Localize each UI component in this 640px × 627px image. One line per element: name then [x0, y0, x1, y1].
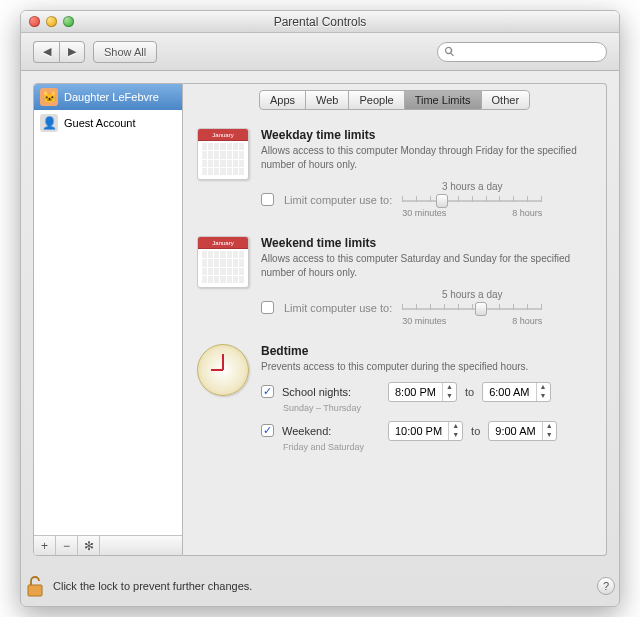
lock-text: Click the lock to prevent further change…	[53, 580, 252, 592]
weekday-slider-value: 3 hours a day	[442, 181, 503, 192]
avatar-icon: 👤	[40, 114, 58, 132]
remove-user-button[interactable]: −	[56, 536, 78, 555]
bottom-bar: Click the lock to prevent further change…	[21, 574, 619, 606]
avatar-icon: 🐱	[40, 88, 58, 106]
section-weekday: January Weekday time limits Allows acces…	[197, 128, 592, 218]
sidebar-user-label: Daughter LeFebvre	[64, 91, 159, 103]
bedtime-weekend-to[interactable]: 9:00 AM ▲▼	[488, 421, 556, 441]
calendar-icon: January	[197, 128, 249, 180]
tab-time-limits[interactable]: Time Limits	[404, 90, 481, 110]
tabs: Apps Web People Time Limits Other	[197, 90, 592, 110]
weekday-description: Allows access to this computer Monday th…	[261, 144, 592, 171]
weekday-limit-label: Limit computer use to:	[284, 194, 392, 206]
sidebar-footer: + − ✻	[34, 535, 182, 555]
section-bedtime: Bedtime Prevents access to this computer…	[197, 344, 592, 452]
weekend-slider[interactable]: 5 hours a day 30 minutes8 hours	[402, 289, 542, 326]
sidebar-user-label: Guest Account	[64, 117, 136, 129]
nav-seg: ◀ ▶	[33, 41, 85, 63]
weekend-limit-checkbox[interactable]	[261, 301, 274, 314]
bedtime-school-sub: Sunday – Thursday	[283, 403, 592, 413]
weekend-description: Allows access to this computer Saturday …	[261, 252, 592, 279]
bedtime-school-checkbox[interactable]	[261, 385, 274, 398]
titlebar: Parental Controls	[21, 11, 619, 33]
bedtime-weekend-from[interactable]: 10:00 PM ▲▼	[388, 421, 463, 441]
tab-web[interactable]: Web	[305, 90, 348, 110]
section-weekend: January Weekend time limits Allows acces…	[197, 236, 592, 326]
user-sidebar: 🐱 Daughter LeFebvre 👤 Guest Account + − …	[33, 83, 183, 556]
show-all-button[interactable]: Show All	[93, 41, 157, 63]
tab-people[interactable]: People	[348, 90, 403, 110]
bedtime-school-label: School nights:	[282, 386, 380, 398]
tab-other[interactable]: Other	[481, 90, 531, 110]
lock-open-icon[interactable]	[25, 574, 45, 598]
stepper-icon[interactable]: ▲▼	[442, 383, 456, 401]
toolbar: ◀ ▶ Show All	[21, 33, 619, 71]
weekday-heading: Weekday time limits	[261, 128, 592, 142]
sidebar-user-guest[interactable]: 👤 Guest Account	[34, 110, 182, 136]
bedtime-school-row: School nights: 8:00 PM ▲▼ to 6:00 AM ▲▼	[261, 382, 592, 402]
clock-icon	[197, 344, 249, 396]
weekend-limit-label: Limit computer use to:	[284, 302, 392, 314]
weekend-slider-value: 5 hours a day	[442, 289, 503, 300]
preferences-window: Parental Controls ◀ ▶ Show All 🐱 Daughte…	[20, 10, 620, 607]
weekday-limit-checkbox[interactable]	[261, 193, 274, 206]
bedtime-weekend-sub: Friday and Saturday	[283, 442, 592, 452]
bedtime-school-from[interactable]: 8:00 PM ▲▼	[388, 382, 457, 402]
help-button[interactable]: ?	[597, 577, 615, 595]
search-field[interactable]	[437, 42, 607, 62]
action-menu-button[interactable]: ✻	[78, 536, 100, 555]
bedtime-weekend-checkbox[interactable]	[261, 424, 274, 437]
search-input[interactable]	[459, 45, 600, 59]
forward-button[interactable]: ▶	[59, 41, 85, 63]
bedtime-weekend-label: Weekend:	[282, 425, 380, 437]
calendar-icon: January	[197, 236, 249, 288]
add-user-button[interactable]: +	[34, 536, 56, 555]
search-icon	[444, 46, 455, 57]
window-title: Parental Controls	[21, 15, 619, 29]
user-list: 🐱 Daughter LeFebvre 👤 Guest Account	[34, 84, 182, 535]
stepper-icon[interactable]: ▲▼	[448, 422, 462, 440]
bedtime-heading: Bedtime	[261, 344, 592, 358]
content-pane: Apps Web People Time Limits Other Januar…	[183, 83, 607, 556]
bedtime-weekend-row: Weekend: 10:00 PM ▲▼ to 9:00 AM ▲▼	[261, 421, 592, 441]
weekend-heading: Weekend time limits	[261, 236, 592, 250]
stepper-icon[interactable]: ▲▼	[536, 383, 550, 401]
stepper-icon[interactable]: ▲▼	[542, 422, 556, 440]
tab-apps[interactable]: Apps	[259, 90, 305, 110]
bedtime-school-to[interactable]: 6:00 AM ▲▼	[482, 382, 550, 402]
sidebar-user-daughter[interactable]: 🐱 Daughter LeFebvre	[34, 84, 182, 110]
weekday-slider[interactable]: 3 hours a day 30 minutes8 hours	[402, 181, 542, 218]
bedtime-description: Prevents access to this computer during …	[261, 360, 592, 374]
back-button[interactable]: ◀	[33, 41, 59, 63]
